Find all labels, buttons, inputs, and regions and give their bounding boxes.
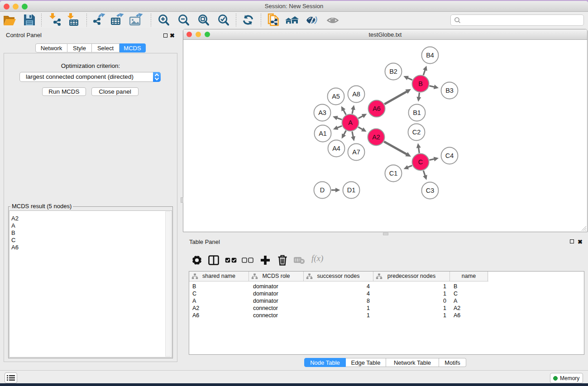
svg-text:A7: A7 [352,148,360,156]
svg-text:C3: C3 [426,187,435,194]
svg-text:C: C [418,158,423,166]
svg-text:C2: C2 [412,129,421,136]
svg-text:A5: A5 [332,93,340,100]
svg-text:B4: B4 [426,52,434,59]
svg-text:D: D [320,186,325,194]
svg-text:C4: C4 [445,152,454,159]
svg-text:A8: A8 [352,91,360,98]
svg-text:C1: C1 [389,170,398,177]
svg-text:A6: A6 [373,105,381,112]
svg-text:A2: A2 [372,133,380,141]
svg-text:A: A [348,119,353,126]
svg-text:B1: B1 [413,109,421,116]
svg-text:A4: A4 [332,145,340,152]
svg-text:A1: A1 [319,130,327,137]
svg-text:B3: B3 [445,87,454,94]
svg-text:B2: B2 [389,68,397,75]
svg-text:B: B [418,80,423,87]
svg-text:D1: D1 [347,186,356,194]
svg-text:A3: A3 [318,109,326,116]
